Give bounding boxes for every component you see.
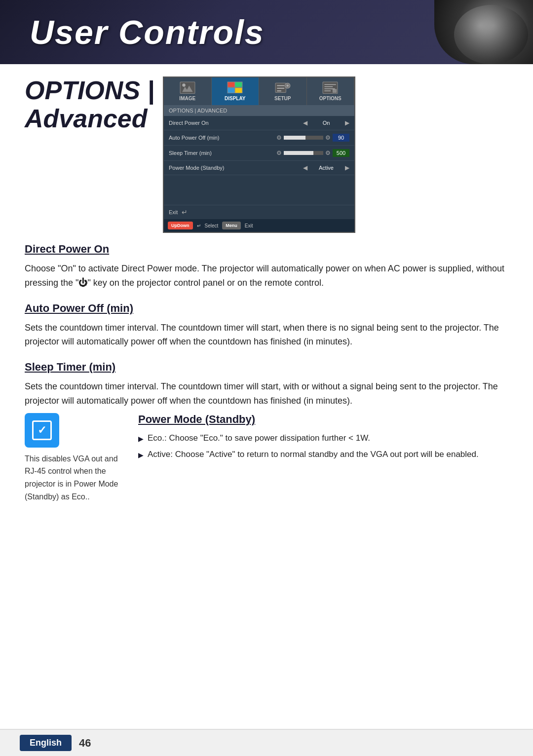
menu-item-direct-power[interactable]: Direct Power On ◀ On ▶ — [164, 116, 354, 130]
image-tab-icon — [180, 81, 195, 94]
setup-tab-icon — [275, 81, 291, 94]
direct-power-on-heading: Direct Power On — [25, 243, 508, 256]
menu-btn[interactable]: Menu — [222, 222, 241, 229]
ui-tab-image[interactable]: IMAGE — [164, 77, 212, 105]
select-icon-label: ↵ — [197, 223, 201, 228]
options-tab-icon — [322, 81, 338, 94]
page-title: User Controls — [30, 13, 265, 51]
bullet-arrow-2-icon: ▶ — [138, 450, 144, 460]
power-symbol: ⏻ — [78, 276, 87, 290]
arrow-left-icon: ◀ — [303, 119, 307, 126]
auto-power-off-text: Sets the countdown timer interval. The c… — [25, 321, 508, 349]
content-area: Direct Power On Choose "On" to activate … — [0, 233, 533, 513]
svg-rect-3 — [228, 82, 235, 87]
ui-tab-options[interactable]: OPTIONS — [307, 77, 355, 105]
svg-rect-5 — [228, 88, 235, 93]
gear-right-icon: ⚙ — [325, 134, 331, 141]
sleep-timer-heading: Sleep Timer (min) — [25, 361, 508, 374]
bullet-arrow-icon: ▶ — [138, 434, 144, 444]
ui-tab-bar: IMAGE DISPLAY — [164, 77, 354, 105]
sleep-timer-value: 500 — [333, 149, 349, 157]
svg-point-2 — [182, 83, 185, 86]
power-mode-heading: Power Mode (Standby) — [138, 413, 508, 426]
bullet-eco: ▶ Eco.: Choose "Eco." to save power diss… — [138, 432, 508, 445]
slider-bar[interactable] — [284, 136, 323, 140]
direct-power-on-text: Choose "On" to activate Direct Power mod… — [25, 262, 508, 290]
ui-bottom-bar: UpDown ↵ Select Menu Exit — [164, 219, 354, 232]
gear-right-2-icon: ⚙ — [325, 150, 331, 156]
options-title: OPTIONS | Advanced — [25, 76, 158, 133]
updown-btn[interactable]: UpDown — [168, 222, 193, 229]
arrow-right-2-icon: ▶ — [345, 164, 349, 171]
ui-empty-space — [164, 175, 354, 205]
enter-icon: ↵ — [182, 208, 188, 216]
note-block: ✓ This disables VGA out and RJ-45 contro… — [25, 413, 123, 503]
page-header: User Controls — [0, 0, 533, 64]
slider-sleep-timer: ⚙ ⚙ 500 — [276, 149, 349, 157]
ui-breadcrumb: OPTIONS | ADVANCED — [164, 105, 354, 116]
note-icon-inner: ✓ — [32, 420, 52, 440]
slider-auto-power: ⚙ ⚙ 90 — [276, 134, 349, 142]
gear-left-2-icon: ⚙ — [276, 150, 282, 156]
lens-decoration — [434, 0, 533, 64]
svg-point-12 — [286, 85, 288, 87]
menu-item-auto-power-off[interactable]: Auto Power Off (min) ⚙ ⚙ 90 — [164, 130, 354, 146]
menu-item-sleep-timer[interactable]: Sleep Timer (min) ⚙ ⚙ 500 — [164, 146, 354, 161]
display-tab-icon — [227, 81, 243, 94]
page-footer: English 46 — [0, 729, 533, 756]
svg-rect-18 — [333, 89, 337, 92]
top-section: OPTIONS | Advanced IMAGE — [0, 64, 533, 233]
arrow-left-2-icon: ◀ — [303, 164, 307, 171]
menu-item-power-mode[interactable]: Power Mode (Standby) ◀ Active ▶ — [164, 161, 354, 175]
svg-rect-6 — [235, 88, 242, 93]
note-text: This disables VGA out and RJ-45 control … — [25, 453, 123, 503]
power-mode-section: ✓ This disables VGA out and RJ-45 contro… — [25, 413, 508, 503]
auto-power-value: 90 — [333, 134, 349, 142]
slider-bar-2[interactable] — [284, 151, 323, 155]
note-icon: ✓ — [25, 413, 59, 448]
ui-mockup: IMAGE DISPLAY — [163, 76, 355, 233]
ui-tab-display[interactable]: DISPLAY — [212, 77, 260, 105]
language-label: English — [20, 735, 72, 751]
sleep-timer-text: Sets the countdown timer interval. The c… — [25, 379, 508, 408]
arrow-right-icon: ▶ — [345, 119, 349, 126]
checkmark-icon: ✓ — [38, 424, 46, 437]
ui-tab-setup[interactable]: SETUP — [259, 77, 307, 105]
auto-power-off-heading: Auto Power Off (min) — [25, 302, 508, 315]
svg-rect-4 — [235, 82, 242, 87]
bullet-active: ▶ Active: Choose "Active" to return to n… — [138, 448, 508, 461]
section-title-block: OPTIONS | Advanced — [25, 76, 158, 138]
page-number: 46 — [79, 737, 91, 750]
gear-left-icon: ⚙ — [276, 134, 282, 141]
power-mode-content: Power Mode (Standby) ▶ Eco.: Choose "Eco… — [138, 413, 508, 503]
ui-exit-row: Exit ↵ — [164, 205, 354, 219]
